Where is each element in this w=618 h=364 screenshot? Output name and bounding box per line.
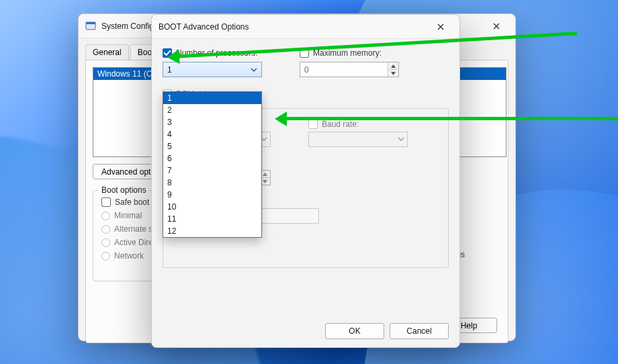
num-processors-option[interactable]: 8 bbox=[163, 177, 261, 189]
tab-general[interactable]: General bbox=[85, 44, 129, 60]
num-processors-option[interactable]: 7 bbox=[163, 165, 261, 177]
chevron-down-icon bbox=[249, 65, 259, 75]
cancel-button[interactable]: Cancel bbox=[390, 323, 449, 339]
baud-rate-checkbox[interactable]: Baud rate: bbox=[308, 120, 408, 129]
close-icon bbox=[493, 23, 500, 30]
num-processors-option[interactable]: 2 bbox=[163, 104, 261, 116]
num-processors-option[interactable]: 6 bbox=[163, 152, 261, 165]
num-processors-option[interactable]: 12 bbox=[163, 225, 261, 237]
chevron-down-icon bbox=[398, 135, 404, 144]
num-processors-option[interactable]: 1 bbox=[163, 92, 261, 104]
titlebar[interactable]: BOOT Advanced Options bbox=[152, 15, 459, 39]
max-memory-value: 0 bbox=[304, 65, 309, 75]
num-processors-option[interactable]: 11 bbox=[163, 213, 261, 225]
num-processors-option[interactable]: 4 bbox=[163, 128, 261, 140]
close-button[interactable] bbox=[426, 16, 455, 38]
ok-button[interactable]: OK bbox=[325, 323, 384, 339]
spinner-up[interactable] bbox=[388, 62, 398, 70]
num-processors-dropdown[interactable]: 123456789101112 bbox=[163, 91, 262, 238]
num-processors-value: 1 bbox=[167, 65, 172, 75]
dialog-title: BOOT Advanced Options bbox=[159, 22, 249, 32]
checkbox-icon bbox=[101, 197, 111, 207]
spinner-down[interactable] bbox=[388, 70, 398, 77]
num-processors-option[interactable]: 3 bbox=[163, 116, 261, 128]
boot-advanced-options-dialog: BOOT Advanced Options Number of processo… bbox=[151, 14, 460, 348]
max-memory-spinner[interactable]: 0 bbox=[300, 62, 399, 77]
svg-rect-1 bbox=[86, 22, 95, 24]
boot-options-legend: Boot options bbox=[99, 185, 149, 195]
annotation-arrow bbox=[279, 117, 618, 120]
num-processors-option[interactable]: 9 bbox=[163, 189, 261, 201]
msconfig-icon bbox=[85, 21, 96, 32]
close-button[interactable] bbox=[482, 15, 511, 37]
num-processors-option[interactable]: 10 bbox=[163, 201, 261, 213]
close-icon bbox=[437, 24, 444, 30]
baud-rate-combo bbox=[308, 132, 408, 147]
num-processors-option[interactable]: 5 bbox=[163, 140, 261, 152]
